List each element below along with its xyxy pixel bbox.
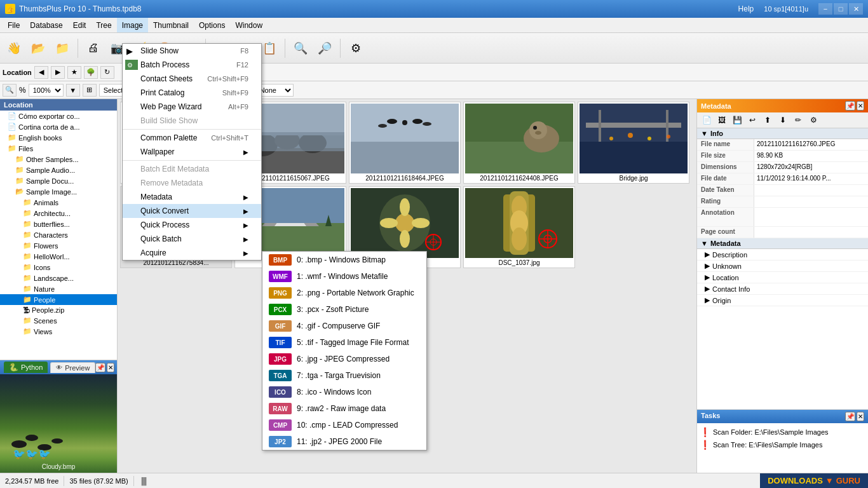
wallpaper-arrow: ▶ <box>243 149 248 156</box>
contactsheets-shortcut: Ctrl+Shift+F9 <box>207 75 248 83</box>
quickconvert-label: Quick Convert <box>140 207 189 215</box>
badge-tga: TGA <box>269 370 292 381</box>
convert-png-label: 2: .png - Portable Network Graphic <box>297 288 414 297</box>
menu-item-batchprocess[interactable]: ⚙ Batch Process F12 <box>123 58 261 72</box>
quickbatch-arrow: ▶ <box>243 236 248 243</box>
badge-ico: ICO <box>269 386 292 398</box>
convert-gif[interactable]: GIF 4: .gif - Compuserve GIF <box>262 318 426 334</box>
convert-pcx[interactable]: PCX 3: .pcx - Zsoft Picture <box>262 301 426 318</box>
slideshow-label: Slide Show <box>140 46 179 55</box>
batcheditmetadata-label: Batch Edit Metadata <box>140 165 209 173</box>
menu-item-quickbatch[interactable]: Quick Batch ▶ <box>123 232 261 246</box>
acquire-arrow: ▶ <box>243 250 248 257</box>
batchprocess-icon: ⚙ <box>125 60 138 70</box>
menu-item-quickconvert[interactable]: Quick Convert ▶ <box>123 204 261 218</box>
webpagewizard-shortcut: Alt+F9 <box>228 103 248 111</box>
convert-bmp-label: 0: .bmp - Windows Bitmap <box>297 255 386 264</box>
menu-item-commonpalette[interactable]: Common Palette Ctrl+Shift+T <box>123 131 261 145</box>
badge-wmf: WMF <box>269 271 292 282</box>
quickconvert-arrow: ▶ <box>243 208 248 215</box>
downloads-badge: DOWNLOADS ▼ GURU <box>760 473 868 488</box>
metadata-arrow: ▶ <box>243 194 248 201</box>
batch-icon-svg: ⚙ <box>126 60 137 69</box>
batchprocess-label: Batch Process <box>140 60 189 69</box>
badge-jp2: JP2 <box>269 436 292 447</box>
convert-tif-label: 5: .tif - Tagged Image File Format <box>297 338 409 347</box>
guru-text: GURU <box>836 476 860 485</box>
badge-raw: RAW <box>269 403 292 414</box>
quickprocess-label: Quick Process <box>140 220 189 229</box>
badge-png: PNG <box>269 287 292 299</box>
downloads-arrow: ▼ <box>825 476 834 485</box>
commonpalette-shortcut: Ctrl+Shift+T <box>211 134 248 142</box>
badge-cmp: CMP <box>269 419 292 431</box>
quick-convert-submenu: BMP 0: .bmp - Windows Bitmap WMF 1: .wmf… <box>262 251 427 451</box>
batchprocess-shortcut: F12 <box>236 61 248 69</box>
menu-item-wallpaper[interactable]: Wallpaper ▶ <box>123 145 261 159</box>
acquire-label: Acquire <box>140 248 166 257</box>
menu-item-contactsheets[interactable]: Contact Sheets Ctrl+Shift+F9 <box>123 72 261 86</box>
convert-tga[interactable]: TGA 7: .tga - Targa Truevision <box>262 367 426 384</box>
printcatalog-label: Print Catalog <box>140 88 184 97</box>
commonpalette-label: Common Palette <box>140 133 197 142</box>
badge-pcx: PCX <box>269 304 292 315</box>
printcatalog-shortcut: Shift+F9 <box>222 89 248 97</box>
slideshow-shortcut: F8 <box>240 47 248 55</box>
downloads-text: DOWNLOADS <box>768 476 823 485</box>
removemetadata-label: Remove Metadata <box>140 179 203 187</box>
contactsheets-label: Contact Sheets <box>140 74 193 83</box>
convert-jpg-label: 6: .jpg - JPEG Compressed <box>297 355 390 363</box>
convert-pcx-label: 3: .pcx - Zsoft Picture <box>297 305 369 314</box>
image-menu: ▶ Slide Show F8 ⚙ Batch Process F12 Cont… <box>122 43 262 261</box>
webpagewizard-label: Web Page Wizard <box>140 102 202 111</box>
convert-png[interactable]: PNG 2: .png - Portable Network Graphic <box>262 285 426 301</box>
convert-bmp[interactable]: BMP 0: .bmp - Windows Bitmap <box>262 252 426 268</box>
menu-item-removemetadata: Remove Metadata <box>123 176 261 190</box>
buildslideshow-label: Build Slide Show <box>140 116 198 125</box>
convert-wmf-label: 1: .wmf - Windows Metafile <box>297 272 388 281</box>
menu-item-batcheditmetadata: Batch Edit Metadata <box>123 162 261 176</box>
convert-tif[interactable]: TIF 5: .tif - Tagged Image File Format <box>262 334 426 351</box>
menu-item-metadata[interactable]: Metadata ▶ <box>123 190 261 204</box>
convert-tga-label: 7: .tga - Targa Truevision <box>297 371 381 380</box>
quickprocess-arrow: ▶ <box>243 222 248 229</box>
convert-jp2[interactable]: JP2 11: .jp2 - JPEG 2000 File <box>262 433 426 450</box>
convert-gif-label: 4: .gif - Compuserve GIF <box>297 322 380 330</box>
menu-item-webpagewizard[interactable]: Web Page Wizard Alt+F9 <box>123 100 261 114</box>
convert-wmf[interactable]: WMF 1: .wmf - Windows Metafile <box>262 268 426 285</box>
convert-cmp[interactable]: CMP 10: .cmp - LEAD Compressed <box>262 417 426 433</box>
slideshow-icon: ▶ <box>126 46 133 56</box>
badge-tif: TIF <box>269 337 292 348</box>
menu-item-printcatalog[interactable]: Print Catalog Shift+F9 <box>123 86 261 100</box>
menu-item-acquire[interactable]: Acquire ▶ <box>123 246 261 260</box>
badge-jpg: JPG <box>269 353 292 365</box>
menu-sep-2 <box>123 160 261 161</box>
badge-bmp: BMP <box>269 254 292 266</box>
convert-ico[interactable]: ICO 8: .ico - Windows Icon <box>262 384 426 400</box>
convert-raw-label: 9: .raw2 - Raw image data <box>297 404 386 413</box>
badge-gif: GIF <box>269 320 292 332</box>
convert-jp2-label: 11: .jp2 - JPEG 2000 File <box>297 437 382 446</box>
menu-sep-1 <box>123 129 261 130</box>
metadata-label: Metadata <box>140 193 172 201</box>
menu-item-buildslideshow: Build Slide Show <box>123 114 261 128</box>
menu-item-quickprocess[interactable]: Quick Process ▶ <box>123 218 261 232</box>
wallpaper-label: Wallpaper <box>140 147 175 156</box>
convert-cmp-label: 10: .cmp - LEAD Compressed <box>297 421 398 430</box>
quickbatch-label: Quick Batch <box>140 234 182 243</box>
menu-item-slideshow[interactable]: ▶ Slide Show F8 <box>123 44 261 58</box>
convert-raw[interactable]: RAW 9: .raw2 - Raw image data <box>262 400 426 417</box>
convert-ico-label: 8: .ico - Windows Icon <box>297 388 371 396</box>
svg-text:⚙: ⚙ <box>127 62 133 69</box>
convert-jpg[interactable]: JPG 6: .jpg - JPEG Compressed <box>262 351 426 367</box>
